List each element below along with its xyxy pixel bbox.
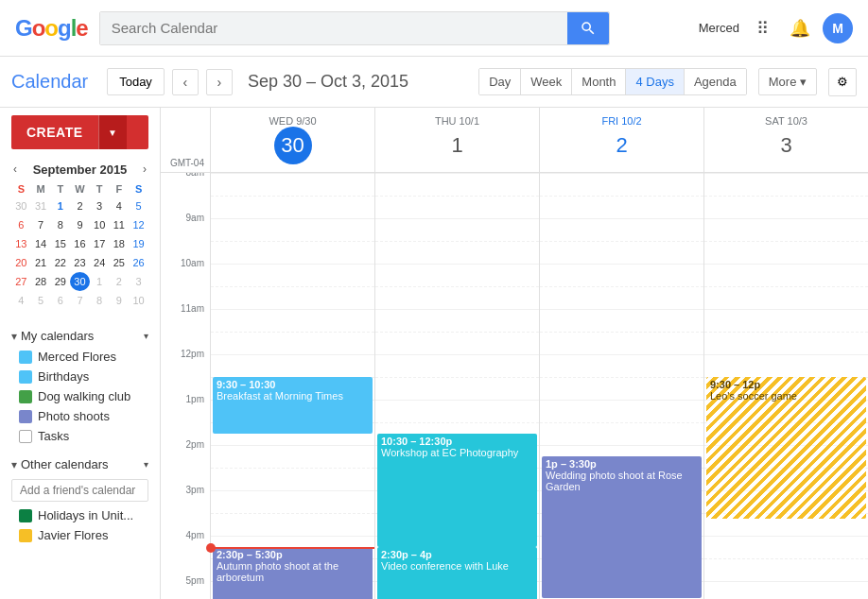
calendar-item[interactable]: Holidays in Unit...: [11, 505, 148, 525]
calendar-item[interactable]: Tasks: [11, 426, 148, 446]
add-friend-input[interactable]: [11, 479, 148, 502]
mini-cal-day[interactable]: 27: [11, 272, 31, 291]
prev-button[interactable]: ‹: [172, 69, 199, 95]
mini-cal-day[interactable]: 11: [110, 215, 130, 234]
event-title: Leo's soccer game: [710, 390, 862, 402]
mini-cal-day[interactable]: 3: [129, 272, 148, 291]
calendar-item-label: Merced Flores: [38, 350, 116, 364]
mini-cal-prev[interactable]: ‹: [11, 161, 19, 178]
mini-cal-day[interactable]: 6: [50, 291, 70, 310]
view-buttons: Day Week Month 4 Days Agenda: [478, 68, 747, 95]
apps-button[interactable]: ⠿: [747, 13, 777, 43]
mini-cal-day[interactable]: 31: [31, 197, 51, 215]
mini-cal-day[interactable]: 12: [129, 215, 148, 234]
create-button[interactable]: CREATE ▼: [11, 115, 148, 149]
mini-cal-day[interactable]: 1: [50, 197, 70, 215]
view-4days[interactable]: 4 Days: [626, 69, 684, 94]
calendar-item[interactable]: Photo shoots: [11, 406, 148, 426]
calendar-item[interactable]: Merced Flores: [11, 347, 148, 367]
day-num-thu[interactable]: 1: [439, 127, 477, 164]
mini-cal-day[interactable]: 18: [110, 234, 130, 253]
day-num-sat[interactable]: 3: [768, 127, 806, 164]
mini-cal-day[interactable]: 2: [70, 197, 90, 215]
mini-cal-day[interactable]: 24: [90, 253, 110, 272]
calendar-event-breakfast[interactable]: 9:30 – 10:30Breakfast at Morning Times: [213, 377, 373, 434]
day-col-sat: 9:30 – 12pLeo's soccer game: [703, 173, 868, 599]
calendar-item[interactable]: Birthdays: [11, 367, 148, 386]
mini-cal-day[interactable]: 6: [11, 215, 31, 234]
my-calendars-header[interactable]: ▾ My calendars ▾: [11, 325, 148, 347]
other-calendars-title: Other calendars: [21, 457, 109, 471]
day-headers-row: GMT-04 WED 9/30 30 THU 10/1 1 FRI 10/2 2…: [161, 108, 868, 173]
mini-cal-day[interactable]: 29: [50, 272, 70, 291]
mini-cal-day[interactable]: 9: [70, 215, 90, 234]
event-time: 2:30p – 4p: [381, 549, 533, 560]
mini-cal-day[interactable]: 4: [110, 197, 130, 215]
mini-cal-day[interactable]: 21: [31, 253, 51, 272]
my-calendars-toggle[interactable]: ▾: [144, 331, 148, 341]
next-button[interactable]: ›: [206, 69, 233, 95]
calendar-event-soccer[interactable]: 9:30 – 12pLeo's soccer game: [706, 377, 866, 519]
calendar-event-wedding[interactable]: 1p – 3:30pWedding photo shoot at Rose Ga…: [542, 456, 702, 598]
mini-cal-day[interactable]: 15: [50, 234, 70, 253]
mini-cal-day[interactable]: 4: [11, 291, 31, 310]
day-name-sat: SAT 10/3: [704, 115, 868, 127]
mini-cal-day[interactable]: 10: [129, 291, 148, 310]
calendar-item[interactable]: Javier Flores: [11, 525, 148, 545]
other-calendars-toggle[interactable]: ▾: [144, 459, 148, 470]
event-time: 10:30 – 12:30p: [381, 436, 533, 447]
settings-button[interactable]: ⚙: [828, 68, 857, 96]
calendar-item[interactable]: Dog walking club: [11, 386, 148, 406]
calendar-item-label: Dog walking club: [38, 389, 130, 403]
mini-cal-day[interactable]: 2: [110, 272, 130, 291]
view-agenda[interactable]: Agenda: [685, 69, 746, 94]
mini-cal-day[interactable]: 23: [70, 253, 90, 272]
day-name-thu: THU 10/1: [375, 115, 539, 127]
mini-cal-day[interactable]: 14: [31, 234, 51, 253]
mini-cal-day[interactable]: 7: [70, 291, 90, 310]
mini-cal-day[interactable]: 9: [110, 291, 130, 310]
mini-cal-day[interactable]: 22: [50, 253, 70, 272]
search-input[interactable]: [100, 12, 567, 44]
calendar-event-autumn[interactable]: 2:30p – 5:30pAutumn photo shoot at the a…: [213, 547, 373, 599]
mini-cal-day[interactable]: 7: [31, 215, 51, 234]
mini-cal-day[interactable]: 16: [70, 234, 90, 253]
mini-cal-day[interactable]: 30: [11, 197, 31, 215]
mini-cal-day[interactable]: 28: [31, 272, 51, 291]
mini-cal-day[interactable]: 17: [90, 234, 110, 253]
day-num-wed[interactable]: 30: [274, 127, 312, 164]
mini-cal-title[interactable]: September 2015: [33, 163, 128, 177]
avatar[interactable]: M: [823, 13, 853, 43]
mini-cal-day[interactable]: 10: [90, 215, 110, 234]
view-month[interactable]: Month: [572, 69, 626, 94]
search-button[interactable]: [567, 12, 609, 44]
more-button[interactable]: More ▾: [758, 68, 817, 95]
calendar-event-workshop[interactable]: 10:30 – 12:30pWorkshop at EC Photography: [377, 434, 537, 547]
calendar-item-label: Javier Flores: [38, 528, 108, 542]
view-day[interactable]: Day: [479, 69, 521, 94]
my-calendars-section: ▾ My calendars ▾ Merced FloresBirthdaysD…: [11, 325, 148, 446]
mini-cal-day[interactable]: 30: [70, 272, 90, 291]
mini-cal-day[interactable]: 26: [129, 253, 148, 272]
mini-cal-day[interactable]: 3: [90, 197, 110, 215]
mini-cal-day[interactable]: 1: [90, 272, 110, 291]
calendar-event-videoconf[interactable]: 2:30p – 4pVideo conference with Luke: [377, 547, 537, 599]
time-label: 12pm: [181, 349, 204, 359]
mini-cal-day[interactable]: 8: [50, 215, 70, 234]
day-num-fri[interactable]: 2: [603, 127, 641, 164]
today-button[interactable]: Today: [107, 68, 165, 95]
mini-cal-next[interactable]: ›: [141, 161, 148, 178]
mini-cal-day[interactable]: 13: [11, 234, 31, 253]
mini-cal-day[interactable]: 5: [129, 197, 148, 215]
mini-cal-day[interactable]: 25: [110, 253, 130, 272]
notifications-button[interactable]: 🔔: [785, 13, 815, 43]
mini-cal-day[interactable]: 20: [11, 253, 31, 272]
time-label: 9am: [186, 213, 204, 223]
view-week[interactable]: Week: [521, 69, 572, 94]
time-label: 2pm: [186, 439, 204, 450]
mini-cal-day[interactable]: 8: [90, 291, 110, 310]
mini-cal-day[interactable]: 19: [129, 234, 148, 253]
event-title: Wedding photo shoot at Rose Garden: [546, 470, 698, 492]
other-calendars-header[interactable]: ▾ Other calendars ▾: [11, 454, 148, 475]
mini-cal-day[interactable]: 5: [31, 291, 51, 310]
